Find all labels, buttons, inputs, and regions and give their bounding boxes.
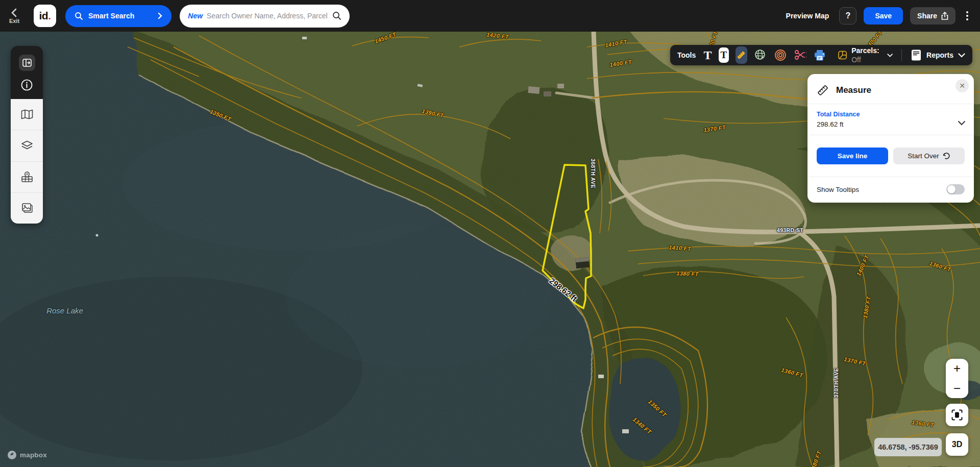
radius-tool-button[interactable]	[774, 48, 787, 62]
mapbox-logo-icon	[7, 450, 17, 460]
globe-cursor-icon	[754, 48, 767, 62]
close-icon[interactable]: ✕	[955, 79, 969, 92]
parcels-dropdown[interactable]: Parcels: Off	[838, 46, 893, 64]
parcels-state: Off	[851, 56, 861, 64]
tooltips-toggle[interactable]	[946, 184, 965, 194]
parcels-label: Parcels:	[851, 46, 879, 55]
help-button[interactable]: ?	[839, 7, 856, 24]
text-box-tool-button[interactable]: T	[719, 47, 729, 63]
geolocation-tool-button[interactable]	[754, 48, 767, 62]
mapbox-attribution[interactable]: mapbox	[7, 450, 47, 460]
panel-toggle-icon	[22, 59, 32, 67]
mapbox-attribution-text: mapbox	[20, 451, 47, 459]
cut-tool-button[interactable]	[794, 49, 807, 61]
layers-icon	[21, 140, 33, 151]
ruler-icon	[817, 84, 829, 96]
printer-icon	[814, 49, 826, 61]
measure-panel-header: Measure	[807, 74, 974, 104]
reports-dropdown[interactable]: Reports	[911, 49, 965, 61]
screenshot-icon	[951, 409, 963, 421]
sidebar-item-layers[interactable]	[11, 130, 43, 161]
measure-tool-button-active[interactable]	[736, 46, 747, 64]
exit-button[interactable]: Exit	[2, 8, 27, 24]
sidebar-item-parcels[interactable]	[11, 161, 43, 192]
more-menu-button[interactable]	[963, 7, 972, 24]
total-distance-section: Total Distance 298.62 ft	[807, 104, 974, 135]
search-icon[interactable]	[332, 11, 341, 20]
chevron-right-icon	[158, 12, 162, 19]
concentric-rings-icon	[774, 48, 787, 62]
zoom-out-button[interactable]: −	[946, 379, 968, 399]
search-box: New	[180, 5, 350, 28]
total-distance-label: Total Distance	[817, 111, 965, 118]
image-icon	[21, 202, 33, 214]
save-line-button[interactable]: Save line	[817, 148, 888, 164]
smart-search-button[interactable]: Smart Search	[65, 5, 172, 27]
tools-label: Tools	[677, 51, 696, 59]
cursor-coordinates: 46.6758, -95.7369	[874, 438, 942, 456]
map-pin-grid-icon	[21, 171, 33, 183]
sidebar-collapse-button[interactable]	[19, 55, 35, 71]
sidebar-item-media[interactable]	[11, 192, 43, 224]
chevron-down-icon	[958, 53, 965, 58]
app-logo[interactable]: id.	[34, 5, 56, 27]
show-tooltips-row: Show Tooltips	[807, 177, 974, 203]
new-badge: New	[188, 12, 203, 20]
left-sidebar	[11, 46, 43, 224]
share-button[interactable]: Share	[910, 7, 955, 24]
3d-toggle-button[interactable]: 3D	[946, 433, 968, 456]
total-distance-value: 298.62 ft	[817, 120, 965, 128]
chevron-down-icon	[887, 53, 893, 58]
parcels-layer-icon	[838, 49, 847, 61]
share-icon	[941, 12, 948, 20]
measure-actions: Save line Start Over	[807, 135, 974, 177]
sidebar-dark-section	[11, 46, 43, 99]
top-bar: Exit id. Smart Search New Preview Map ? …	[0, 0, 980, 32]
map-icon	[21, 109, 33, 119]
search-icon	[75, 12, 83, 20]
measure-panel: ✕ Measure Total Distance 298.62 ft Save …	[807, 74, 974, 203]
map-toolbar: Tools T T Parcels: Off	[670, 45, 972, 65]
sidebar-light-section	[11, 99, 43, 224]
info-icon	[21, 79, 33, 91]
zoom-control: + −	[946, 359, 968, 398]
chevron-down-icon[interactable]	[958, 120, 966, 126]
undo-icon	[943, 153, 950, 160]
start-over-button[interactable]: Start Over	[893, 148, 965, 164]
scissors-icon	[794, 49, 807, 61]
logo-text: id.	[39, 10, 51, 22]
show-tooltips-label: Show Tooltips	[817, 186, 859, 193]
preview-map-link[interactable]: Preview Map	[786, 12, 829, 20]
save-button[interactable]: Save	[864, 7, 903, 24]
app-window: Exit id. Smart Search New Preview Map ? …	[0, 0, 980, 467]
print-tool-button[interactable]	[814, 49, 826, 61]
measure-panel-title: Measure	[836, 85, 871, 95]
topbar-actions: Preview Map ? Save Share	[786, 0, 972, 32]
sidebar-item-basemaps[interactable]	[11, 99, 43, 130]
text-tool-button[interactable]: T	[703, 48, 712, 62]
report-document-icon	[911, 49, 922, 61]
screenshot-button[interactable]	[946, 404, 968, 426]
exit-label: Exit	[9, 18, 19, 24]
search-input[interactable]	[207, 12, 328, 20]
sidebar-item-info[interactable]	[21, 79, 33, 91]
map-canvas[interactable]: 1450 FT1420 FT1400 FT1410 FT1400 FT1400 …	[0, 32, 980, 467]
zoom-in-button[interactable]: +	[946, 359, 968, 379]
toolbar-divider	[901, 49, 902, 61]
chevron-left-icon	[9, 8, 19, 17]
reports-label: Reports	[926, 51, 953, 59]
ruler-icon	[736, 50, 747, 61]
